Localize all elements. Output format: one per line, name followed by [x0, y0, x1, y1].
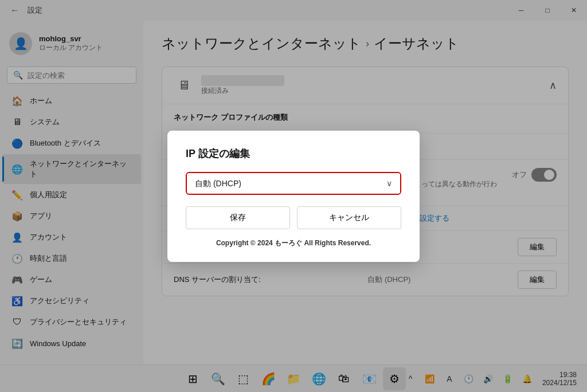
ip-type-select[interactable]: 自動 (DHCP) 手動	[187, 173, 400, 194]
ip-edit-modal: IP 設定の編集 自動 (DHCP) 手動 ∨ 保存 キャンセル Copyrig…	[167, 131, 420, 262]
modal-copyright: Copyright © 2024 もーろぐ All Rights Reserve…	[186, 238, 401, 248]
modal-select-wrapper: 自動 (DHCP) 手動 ∨	[186, 172, 401, 195]
modal-overlay[interactable]: IP 設定の編集 自動 (DHCP) 手動 ∨ 保存 キャンセル Copyrig…	[0, 0, 587, 392]
save-button[interactable]: 保存	[186, 206, 290, 229]
modal-title: IP 設定の編集	[186, 147, 401, 160]
cancel-button[interactable]: キャンセル	[297, 206, 401, 229]
modal-buttons: 保存 キャンセル	[186, 206, 401, 229]
